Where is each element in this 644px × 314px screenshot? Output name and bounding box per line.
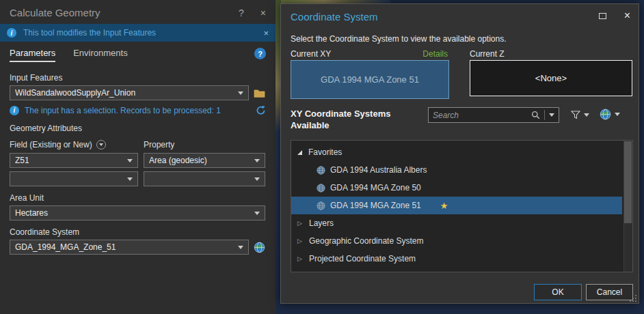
- selection-note-row: i The input has a selection. Records to …: [10, 105, 266, 115]
- tree-item-projected-coordinate-system[interactable]: ▷ Projected Coordinate System: [291, 250, 622, 268]
- chevron-down-icon: [238, 91, 243, 95]
- attribute-column-headers: Field (Existing or New) Property: [10, 140, 266, 149]
- chevron-down-icon: [254, 212, 260, 215]
- coordinate-system-dialog: Coordinate System × Select the Coordinat…: [280, 3, 639, 304]
- globe-icon: [254, 242, 265, 253]
- input-features-combobox[interactable]: WildSandalwoodSupplyAr_Union: [10, 85, 249, 100]
- maximize-icon[interactable]: [599, 13, 606, 19]
- scrollbar-thumb[interactable]: [624, 141, 632, 223]
- expander-expanded-icon[interactable]: [297, 150, 302, 155]
- select-coordinate-system-button[interactable]: [254, 242, 265, 253]
- field-value: Z51: [15, 156, 127, 165]
- property-value: Area (geodesic): [149, 156, 254, 165]
- refresh-icon: [256, 105, 266, 115]
- chevron-down-icon: [99, 143, 103, 146]
- tree-item-layers[interactable]: ▷ Layers: [291, 214, 622, 232]
- banner-close-icon[interactable]: ×: [263, 28, 269, 38]
- search-box: [428, 107, 559, 123]
- tree-item-label: GDA 1994 MGA Zone 50: [330, 183, 421, 192]
- tree-item-label: GDA 1994 Australia Albers: [330, 165, 427, 175]
- expander-collapsed-icon[interactable]: ▷: [297, 255, 303, 262]
- current-xy-label: Current XY: [291, 49, 331, 59]
- field-options-button[interactable]: [96, 140, 106, 149]
- tree-item-label: Projected Coordinate System: [309, 254, 416, 263]
- tool-help-icon[interactable]: ?: [254, 48, 266, 59]
- coordinate-system-label: Coordinate System: [10, 227, 266, 237]
- current-z-value: <None>: [535, 73, 567, 83]
- property-combobox[interactable]: [144, 171, 265, 186]
- tree-item-label: Geographic Coordinate System: [309, 236, 423, 246]
- dialog-title: Coordinate System: [291, 11, 378, 23]
- area-unit-value: Hectares: [15, 208, 254, 218]
- details-link[interactable]: Details: [422, 49, 448, 59]
- field-combobox[interactable]: [10, 171, 138, 186]
- chevron-down-icon: [584, 113, 589, 117]
- coordinate-system-tree: Favorites GDA 1994 Australia Albers: [291, 140, 633, 272]
- spatial-filter-button[interactable]: [600, 109, 620, 120]
- calculate-geometry-panel: Calculate Geometry ? × i This tool modif…: [0, 0, 276, 314]
- input-features-label: Input Features: [10, 73, 266, 83]
- search-input[interactable]: [433, 111, 531, 120]
- field-combobox[interactable]: Z51: [10, 153, 138, 168]
- close-icon[interactable]: ×: [624, 10, 630, 22]
- globe-icon: [317, 201, 325, 210]
- field-column-label: Field (Existing or New): [10, 140, 92, 149]
- attribute-row: [10, 171, 266, 186]
- tab-parameters[interactable]: Parameters: [10, 48, 55, 62]
- area-unit-label: Area Unit: [10, 193, 266, 203]
- tree-item-label: Layers: [309, 218, 334, 228]
- filter-icon: [571, 111, 580, 119]
- tree-item-label: Favorites: [308, 147, 342, 157]
- property-column-label: Property: [144, 140, 174, 149]
- expander-collapsed-icon[interactable]: ▷: [297, 238, 303, 244]
- current-xy-card[interactable]: GDA 1994 MGA Zone 51: [291, 60, 449, 99]
- chevron-down-icon: [238, 246, 243, 249]
- globe-icon: [317, 184, 325, 192]
- parameters-content: Input Features WildSandalwoodSupplyAr_Un…: [0, 63, 276, 255]
- close-icon[interactable]: ×: [260, 8, 266, 18]
- search-dropdown-icon[interactable]: [549, 113, 554, 117]
- coordinate-system-combobox[interactable]: GDA_1994_MGA_Zone_51: [10, 240, 249, 255]
- search-icon: [531, 111, 540, 119]
- ok-button[interactable]: OK: [534, 284, 582, 300]
- current-z-card[interactable]: <None>: [470, 60, 632, 96]
- current-z-label: Current Z: [470, 49, 505, 59]
- tab-environments[interactable]: Environments: [73, 48, 127, 61]
- info-banner: i This tool modifies the Input Features …: [0, 24, 276, 42]
- attribute-row: Z51 Area (geodesic): [10, 153, 266, 168]
- scrollbar-track[interactable]: [623, 141, 632, 272]
- tree-item-gda-1994-australia-albers[interactable]: GDA 1994 Australia Albers: [291, 161, 622, 179]
- help-icon[interactable]: ?: [239, 8, 244, 18]
- dialog-instruction: Select the Coordinate System to view the…: [291, 34, 507, 44]
- folder-icon: [254, 89, 265, 98]
- resize-grip[interactable]: [630, 294, 637, 302]
- area-unit-combobox[interactable]: Hectares: [10, 205, 265, 220]
- tree-item-geographic-coordinate-system[interactable]: ▷ Geographic Coordinate System: [291, 232, 622, 250]
- geometry-attributes-label: Geometry Attributes: [10, 124, 266, 133]
- tab-bar: Parameters Environments ?: [0, 42, 276, 63]
- browse-button[interactable]: [254, 89, 265, 98]
- chevron-down-icon: [127, 177, 133, 181]
- chevron-down-icon: [615, 113, 620, 116]
- tree-item-label: GDA 1994 MGA Zone 51: [330, 201, 421, 210]
- selection-note: The input has a selection. Records to be…: [25, 106, 251, 115]
- tree-item-favorites[interactable]: Favorites: [291, 143, 622, 161]
- cancel-button[interactable]: Cancel: [586, 284, 633, 300]
- favorite-star-icon: ★: [440, 201, 448, 211]
- expander-collapsed-icon[interactable]: ▷: [297, 220, 303, 227]
- property-combobox[interactable]: Area (geodesic): [144, 153, 265, 168]
- banner-message: This tool modifies the Input Features: [23, 28, 263, 38]
- refresh-button[interactable]: [256, 105, 266, 115]
- panel-header: Calculate Geometry ? ×: [0, 0, 276, 23]
- globe-icon: [600, 109, 611, 120]
- panel-title: Calculate Geometry: [10, 7, 222, 18]
- globe-icon: [317, 166, 325, 175]
- xy-list-title: XY Coordinate Systems Available: [291, 108, 400, 131]
- tree-item-gda-1994-mga-zone-50[interactable]: GDA 1994 MGA Zone 50: [291, 179, 622, 197]
- info-icon: i: [10, 106, 19, 115]
- app-background: Calculate Geometry ? × i This tool modif…: [0, 0, 644, 314]
- divider: [544, 110, 545, 120]
- filter-button[interactable]: [571, 111, 589, 119]
- tree-item-gda-1994-mga-zone-51[interactable]: GDA 1994 MGA Zone 51 ★: [291, 197, 622, 214]
- current-xy-value: GDA 1994 MGA Zone 51: [321, 74, 419, 85]
